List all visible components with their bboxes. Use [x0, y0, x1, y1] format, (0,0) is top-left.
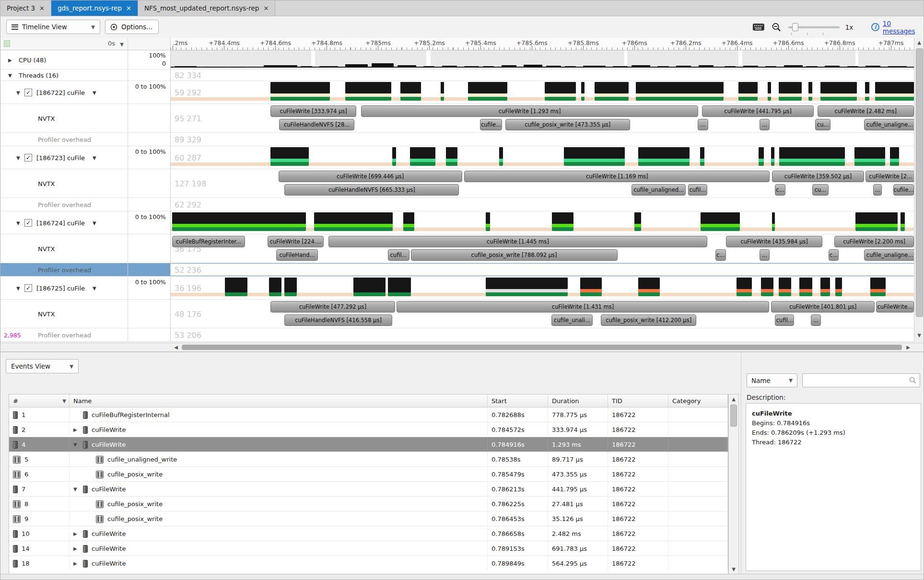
- nvtx-range[interactable]: cuFileHand...: [276, 249, 318, 261]
- nvtx-range[interactable]: ...: [760, 119, 770, 130]
- nvtx-range[interactable]: ...: [811, 314, 821, 326]
- nvtx-range[interactable]: cufile_posix_write [788.092 µs]: [411, 249, 618, 261]
- tree-row-nvtx[interactable]: NVTX: [0, 104, 128, 133]
- track-row-section[interactable]: 82 334: [171, 70, 914, 81]
- nvtx-range[interactable]: ...: [698, 119, 708, 130]
- table-row[interactable]: 9cufile_posix_write0.786453s35.126 µs186…: [9, 511, 728, 526]
- tree-row-overhead[interactable]: Profiler overhead: [0, 198, 128, 211]
- nvtx-range[interactable]: cuFileWrite [435.984 µs]: [726, 236, 823, 247]
- nvtx-range[interactable]: cuFileWrite [1.169 ms]: [464, 171, 770, 182]
- events-table-header[interactable]: #▼NameStartDurationTIDCategory: [9, 394, 728, 407]
- timeline-tree-header[interactable]: 0s ▼: [0, 38, 128, 50]
- tree-row-overhead[interactable]: Profiler overhead: [0, 133, 128, 146]
- tree-row-thread[interactable]: ▼✓[186723] cuFile▼: [0, 146, 128, 169]
- expander-expanded-icon[interactable]: ▼: [16, 285, 20, 290]
- table-row[interactable]: 1cuFileBufRegisterInternal0.782688s778.7…: [9, 407, 728, 422]
- track-row-cpu[interactable]: 31 189: [171, 50, 914, 70]
- track-row-nvtx[interactable]: 48 176cuFileWrite [477.292 µs]cuFileWrit…: [171, 300, 914, 328]
- track-row-thread[interactable]: 36 196: [171, 277, 914, 300]
- nvtx-range[interactable]: cuFileWrite [699.446 µs]: [279, 171, 462, 182]
- track-row-overhead[interactable]: 53 206: [171, 328, 914, 342]
- tree-row-nvtx[interactable]: NVTX: [0, 300, 128, 328]
- expander-collapsed-icon[interactable]: ▶: [73, 427, 83, 432]
- nvtx-range[interactable]: cufil...: [775, 314, 794, 326]
- nvtx-range[interactable]: ...: [760, 249, 770, 261]
- nvtx-range[interactable]: cufile_unaligne...: [864, 119, 914, 130]
- timeline-vertical-scrollbar[interactable]: ▲ ▼: [914, 38, 924, 342]
- nvtx-range[interactable]: cufile_unali...: [551, 314, 593, 326]
- nvtx-range[interactable]: cuFileWrite [333.974 µs]: [270, 105, 357, 117]
- tree-row-section[interactable]: ▼Threads (16): [0, 70, 128, 81]
- nvtx-range[interactable]: cuFileWrite [224....: [268, 236, 324, 247]
- nvtx-range[interactable]: cufile_unaligne...: [864, 249, 914, 261]
- scroll-up-icon[interactable]: ▲: [729, 395, 738, 403]
- table-row[interactable]: 18▶cuFileWrite0.789849s564.295 µs186722: [9, 556, 728, 570]
- timeline-ruler[interactable]: .2ms+784.4ms+784.6ms+784.8ms+785ms+785.2…: [171, 38, 914, 50]
- table-row[interactable]: 14▶cuFileWrite0.789153s691.783 µs186722: [9, 541, 728, 556]
- nvtx-range[interactable]: cuFileHandleNVFS [416.558 µs]: [284, 314, 392, 326]
- document-tab-1[interactable]: gds_report.nsys-rep✕: [51, 0, 138, 16]
- nvtx-range[interactable]: cuFileBufRegisterInter...: [172, 236, 245, 247]
- nvtx-range[interactable]: ...: [873, 184, 882, 196]
- nvtx-range[interactable]: cufile...: [893, 184, 914, 196]
- close-icon[interactable]: ✕: [263, 5, 269, 12]
- expander-collapsed-icon[interactable]: ▶: [73, 561, 83, 566]
- thread-menu-icon[interactable]: ▼: [93, 155, 96, 160]
- expander-expanded-icon[interactable]: ▼: [16, 90, 20, 95]
- thread-menu-icon[interactable]: ▼: [93, 285, 96, 290]
- tree-row-thread[interactable]: ▼✓[186725] cuFile▼: [0, 277, 128, 300]
- zoom-slider[interactable]: [788, 23, 840, 32]
- keyboard-shortcuts-icon[interactable]: [752, 23, 765, 32]
- scroll-up-icon[interactable]: ▲: [915, 38, 924, 46]
- column-header-category[interactable]: Category: [668, 394, 728, 407]
- expander-collapsed-icon[interactable]: ▶: [73, 531, 83, 536]
- nvtx-range[interactable]: cuFileWrite [2...: [866, 171, 914, 182]
- table-row[interactable]: 5cufile_unaligned_write0.78538s89.717 µs…: [9, 452, 728, 467]
- table-row[interactable]: 7▼cuFileWrite0.786213s441.795 µs186722: [9, 482, 728, 497]
- nvtx-range[interactable]: cuFileWrite [401.801 µs]: [771, 301, 874, 313]
- nvtx-range[interactable]: cuFileWrite [1.431 ms]: [397, 301, 769, 313]
- options-button[interactable]: Options...: [105, 20, 159, 34]
- zoom-out-icon[interactable]: [772, 22, 782, 33]
- expander-expanded-icon[interactable]: ▼: [73, 487, 83, 492]
- thread-checkbox[interactable]: ✓: [24, 219, 32, 227]
- track-row-thread[interactable]: [171, 211, 914, 234]
- column-header-duration[interactable]: Duration: [548, 394, 608, 407]
- nvtx-range[interactable]: cuFileWrite [2.200 ms]: [834, 236, 914, 247]
- tree-row-overhead[interactable]: Profiler overhead: [0, 263, 128, 277]
- column-header-name[interactable]: Name: [70, 394, 488, 407]
- tree-row-thread[interactable]: ▼✓[186724] cuFile▼: [0, 211, 128, 234]
- track-row-nvtx[interactable]: 36 175cuFileBufRegisterInter...cuFileWri…: [171, 234, 914, 263]
- panel-divider[interactable]: [741, 352, 741, 574]
- nvtx-range[interactable]: cufile_posix_write [412.200 µs]: [601, 314, 696, 326]
- timeline-horizontal-scrollbar[interactable]: ◀ ▶: [0, 343, 924, 352]
- nvtx-range[interactable]: cuFileHandleNVFS [665.333 µs]: [284, 184, 459, 196]
- zoom-slider-handle[interactable]: [792, 23, 798, 31]
- track-row-nvtx[interactable]: 127 198cuFileWrite [699.446 µs]cuFileWri…: [171, 169, 914, 198]
- expander-expanded-icon[interactable]: ▼: [8, 72, 12, 78]
- table-row[interactable]: 10▶cuFileWrite0.786658s2.482 ms186722: [9, 526, 728, 541]
- table-row[interactable]: 2▶cuFileWrite0.784572s333.974 µs186722: [9, 422, 728, 437]
- column-header-start[interactable]: Start: [488, 394, 548, 407]
- track-row-thread[interactable]: 60 287: [171, 146, 914, 169]
- table-row[interactable]: 6cufile_posix_write0.785479s473.355 µs18…: [9, 467, 728, 482]
- nvtx-range[interactable]: cuFileHandleNVFS [28...: [279, 119, 354, 130]
- event-search-input[interactable]: [803, 377, 909, 384]
- close-icon[interactable]: ✕: [39, 5, 45, 12]
- scroll-left-icon[interactable]: ◀: [172, 343, 180, 351]
- track-row-thread[interactable]: 59 292: [171, 81, 914, 104]
- messages-link[interactable]: 10 messages: [883, 20, 924, 35]
- track-row-nvtx[interactable]: 95 271cuFileWrite [333.974 µs]cuFileWrit…: [171, 104, 914, 133]
- tree-row-cpu[interactable]: ▶CPU (48): [0, 50, 128, 70]
- events-vertical-scrollbar[interactable]: ▲ ▼: [728, 394, 739, 574]
- tree-row-nvtx[interactable]: NVTX: [0, 169, 128, 198]
- table-row[interactable]: 4▼cuFileWrite0.784916s1.293 ms186722: [9, 437, 728, 452]
- nvtx-range[interactable]: cuFileWrite [2.482 ms]: [818, 105, 914, 117]
- tree-row-overhead[interactable]: Profiler overhead2,985: [0, 328, 128, 342]
- nvtx-range[interactable]: cuFileWrite [441.795 µs]: [702, 105, 814, 117]
- tree-row-thread[interactable]: ▼✓[186722] cuFile▼: [0, 81, 128, 104]
- nvtx-range[interactable]: cuFileWrite [359.502 µs]: [772, 171, 864, 182]
- scrollbar-thumb[interactable]: [730, 405, 737, 427]
- track-row-overhead[interactable]: 89 329: [171, 133, 914, 146]
- nvtx-range[interactable]: cufile...: [480, 119, 503, 130]
